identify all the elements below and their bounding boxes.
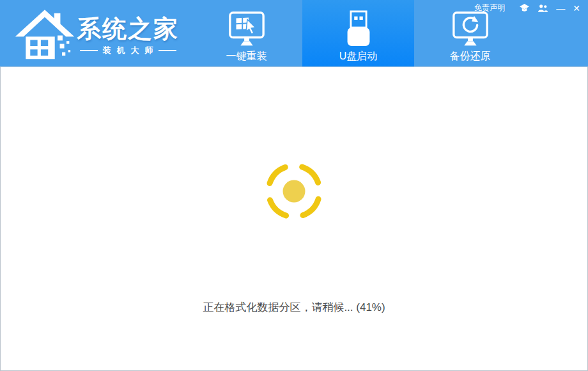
subtitle-dash-right: [159, 50, 176, 51]
pixel-house-icon: [14, 4, 75, 63]
tab-label: 一键重装: [226, 50, 267, 63]
brand: 系统之家 装机大师: [14, 4, 179, 63]
users-icon[interactable]: [538, 4, 548, 13]
close-button[interactable]: ✕: [573, 3, 580, 13]
brand-subtitle-text: 装机大师: [103, 45, 159, 56]
main-content: 正在格式化数据分区，请稍候... (41%): [0, 67, 588, 371]
tab-one-key-reinstall[interactable]: 一键重装: [190, 0, 302, 67]
tab-label: 备份还原: [450, 50, 491, 63]
disclaimer-link[interactable]: 免责声明: [474, 3, 505, 13]
loading-spinner-icon: [263, 161, 325, 222]
brand-text: 系统之家 装机大师: [77, 15, 179, 56]
minimize-button[interactable]: —: [556, 3, 565, 13]
tab-usb-boot[interactable]: U盘启动: [302, 0, 414, 67]
app-window: 系统之家 装机大师: [0, 0, 588, 371]
app-header: 系统之家 装机大师: [0, 0, 588, 67]
topbar: 免责声明 — ✕: [474, 3, 583, 13]
brand-title: 系统之家: [77, 15, 179, 42]
progress-status-text: 正在格式化数据分区，请稍候... (41%): [1, 300, 587, 315]
monitor-reinstall-icon: [227, 9, 267, 49]
subtitle-dash-left: [80, 50, 98, 51]
monitor-restore-icon: [451, 9, 490, 49]
usb-drive-icon: [343, 9, 374, 49]
graduation-cap-icon[interactable]: [519, 3, 530, 13]
brand-subtitle: 装机大师: [77, 45, 179, 56]
tab-label: U盘启动: [339, 50, 378, 63]
